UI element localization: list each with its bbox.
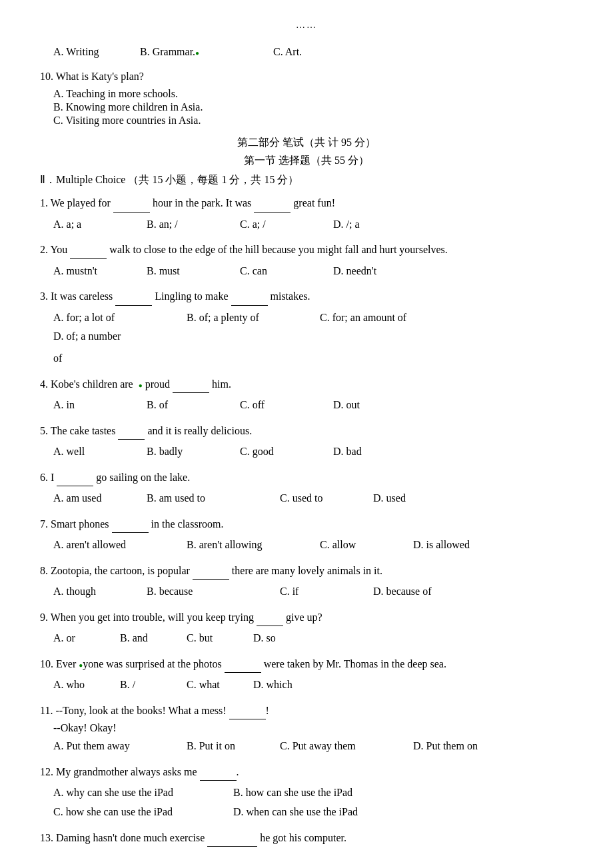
options-q4: A. in B. of C. off D. out [53, 396, 573, 415]
options-q11: A. Put them away B. Put it on C. Put awa… [53, 737, 573, 756]
option-c-art: C. Art. [273, 43, 360, 61]
q6-opt-a: A. am used [53, 489, 147, 508]
options-q7: A. aren't allowed B. aren't allowing C. … [53, 536, 573, 555]
q11-opt-c: C. Put away them [280, 737, 413, 756]
q2-opt-b: B. must [147, 262, 240, 281]
q11-opt-d: D. Put them on [413, 737, 546, 756]
q3-opt-b: B. of; a plenty of [187, 308, 320, 328]
q3-opt-d: D. of; a number [53, 327, 187, 346]
q1-opt-b: B. an; / [147, 215, 240, 234]
q4-opt-a: A. in [53, 396, 147, 415]
q10-opt-c: C. what [187, 675, 253, 695]
q7-opt-b: B. aren't allowing [187, 536, 320, 555]
q7-opt-c: C. allow [320, 536, 413, 555]
question-8: 8. Zootopia, the cartoon, is popular the… [40, 562, 573, 580]
options-q12: A. why can she use the iPad B. how can s… [53, 783, 573, 822]
page-top-dots: …… [40, 20, 573, 31]
q11-opt-a: A. Put them away [53, 737, 187, 756]
options-q5: A. well B. badly C. good D. bad [53, 442, 573, 462]
q7-opt-a: A. aren't allowed [53, 536, 187, 555]
question-12: 12. My grandmother always asks me . [40, 763, 573, 781]
page-bottom-dots: …… [40, 863, 573, 868]
q11-response: --Okay! Okay! [53, 722, 573, 734]
question-1: 1. We played for hour in the park. It wa… [40, 194, 573, 212]
question-13: 13. Daming hasn't done much exercise he … [40, 829, 573, 847]
options-q8: A. though B. because C. if D. because of [53, 582, 573, 602]
question-5: 5. The cake tastes and it is really deli… [40, 422, 573, 440]
q12-opt-a: A. why can she use the iPad [53, 783, 233, 803]
question-3: 3. It was careless Lingling to make mist… [40, 287, 573, 305]
q11-opt-b: B. Put it on [187, 737, 280, 756]
q4-opt-d: D. out [333, 396, 426, 415]
question-9: 9. When you get into trouble, will you k… [40, 608, 573, 626]
q2-opt-d: D. needn't [333, 262, 426, 281]
prior-options-abc: A. Writing B. Grammar.● C. Art. [53, 43, 573, 61]
question-10: 10. Ever ●yone was surprised at the phot… [40, 655, 573, 673]
option-a-writing: A. Writing [53, 43, 140, 61]
question-11: 11. --Tony, look at the books! What a me… [40, 701, 573, 719]
q3-opt-c: C. for; an amount of [320, 308, 453, 328]
q10-opt-a: A. who [53, 675, 120, 695]
q9-opt-b: B. and [120, 629, 187, 648]
q5-opt-a: A. well [53, 442, 147, 462]
options-q10: A. who B. / C. what D. which [53, 675, 573, 695]
q3-of: of [53, 349, 573, 368]
question-7: 7. Smart phones in the classroom. [40, 515, 573, 533]
q8-opt-a: A. though [53, 582, 147, 602]
q7-opt-d: D. is allowed [413, 536, 546, 555]
options-q3: A. for; a lot of B. of; a plenty of C. f… [53, 308, 573, 347]
q12-opt-b: B. how can she use the iPad [233, 783, 413, 803]
q4-opt-b: B. of [147, 396, 240, 415]
q5-opt-d: D. bad [333, 442, 426, 462]
q1-opt-a: A. a; a [53, 215, 147, 234]
q10-opt-b: B. / [120, 675, 187, 695]
option-a-teaching: A. Teaching in more schools. [53, 88, 573, 100]
multiple-choice-header: Ⅱ．Multiple Choice （共 15 小题，每题 1 分，共 15 分… [40, 173, 573, 187]
options-q9: A. or B. and C. but D. so [53, 629, 573, 648]
section1-sub: 第一节 选择题（共 55 分） [40, 154, 573, 168]
q9-opt-d: D. so [253, 629, 320, 648]
q8-opt-d: D. because of [373, 582, 506, 602]
q1-opt-d: D. /; a [333, 215, 426, 234]
q3-opt-a: A. for; a lot of [53, 308, 187, 328]
section2-header: 第二部分 笔试（共 计 95 分） [40, 136, 573, 150]
q8-opt-b: B. because [147, 582, 280, 602]
q9-opt-a: A. or [53, 629, 120, 648]
option-b-grammar: B. Grammar.● [140, 43, 273, 61]
q10-opt-d: D. which [253, 675, 346, 695]
q5-opt-c: C. good [240, 442, 333, 462]
question-6: 6. I go sailing on the lake. [40, 468, 573, 486]
q12-opt-c: C. how she can use the iPad [53, 803, 233, 822]
q8-opt-c: C. if [280, 582, 373, 602]
options-q2: A. mustn't B. must C. can D. needn't [53, 262, 573, 281]
options-q6: A. am used B. am used to C. used to D. u… [53, 489, 573, 508]
question-2: 2. You walk to close to the edge of the … [40, 240, 573, 258]
q6-opt-c: C. used to [280, 489, 373, 508]
q5-opt-b: B. badly [147, 442, 240, 462]
q2-opt-c: C. can [240, 262, 333, 281]
q1-opt-c: C. a; / [240, 215, 333, 234]
question-4: 4. Kobe's children are ● proud him. [40, 375, 573, 393]
q6-opt-d: D. used [373, 489, 466, 508]
question-10-katy: 10. What is Katy's plan? [40, 67, 573, 85]
q2-opt-a: A. mustn't [53, 262, 147, 281]
q9-opt-c: C. but [187, 629, 253, 648]
q6-opt-b: B. am used to [147, 489, 280, 508]
option-b-knowing: B. Knowing more children in Asia. [53, 101, 573, 113]
option-c-visiting: C. Visiting more countries in Asia. [53, 115, 573, 127]
q4-opt-c: C. off [240, 396, 333, 415]
q12-opt-d: D. when can she use the iPad [233, 803, 413, 822]
options-q1: A. a; a B. an; / C. a; / D. /; a [53, 215, 573, 234]
